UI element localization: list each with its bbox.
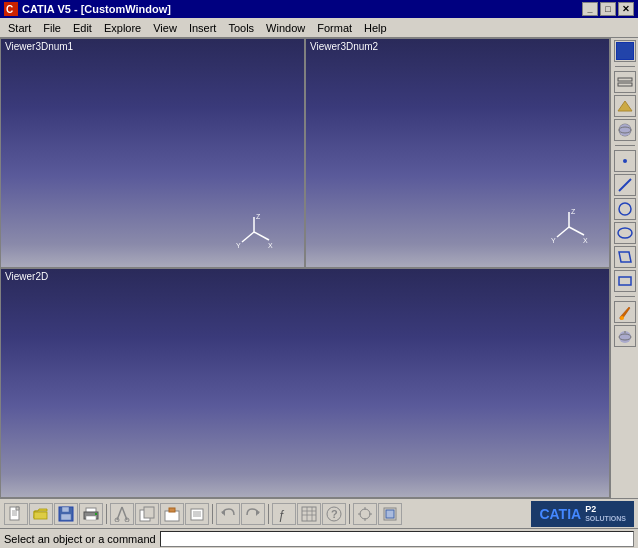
svg-point-23 bbox=[618, 228, 632, 238]
svg-text:Z: Z bbox=[256, 213, 261, 220]
parallelogram-icon bbox=[617, 249, 633, 265]
new-icon bbox=[8, 506, 24, 522]
svg-rect-15 bbox=[618, 83, 632, 86]
svg-rect-25 bbox=[619, 277, 631, 285]
minimize-button[interactable]: _ bbox=[582, 2, 598, 16]
svg-rect-14 bbox=[618, 78, 632, 81]
menu-bar: Start File Edit Explore View Insert Tool… bbox=[0, 18, 638, 38]
menu-edit[interactable]: Edit bbox=[67, 20, 98, 36]
svg-line-12 bbox=[557, 227, 569, 237]
close-button[interactable]: ✕ bbox=[618, 2, 634, 16]
print-button[interactable] bbox=[79, 503, 103, 525]
menu-explore[interactable]: Explore bbox=[98, 20, 147, 36]
snap-button[interactable] bbox=[353, 503, 377, 525]
catia-logo: CATIA P2 SOLUTIONS bbox=[531, 501, 634, 527]
circle-button[interactable] bbox=[614, 198, 636, 220]
viewer-2d[interactable]: Viewer2D bbox=[1, 269, 609, 497]
sphere-button[interactable] bbox=[614, 119, 636, 141]
ellipse-button[interactable] bbox=[614, 222, 636, 244]
print-icon bbox=[83, 506, 99, 522]
menu-window[interactable]: Window bbox=[260, 20, 311, 36]
undo-button[interactable] bbox=[216, 503, 240, 525]
app-title: CATIA V5 - [CustomWindow] bbox=[22, 3, 171, 15]
plane-button[interactable] bbox=[614, 95, 636, 117]
copy-button[interactable] bbox=[135, 503, 159, 525]
svg-text:ƒ: ƒ bbox=[278, 508, 285, 522]
maximize-button[interactable]: □ bbox=[600, 2, 616, 16]
toolbar-sep-3 bbox=[268, 504, 269, 524]
paste-button[interactable] bbox=[160, 503, 184, 525]
undo-icon bbox=[220, 506, 236, 522]
menu-start[interactable]: Start bbox=[2, 20, 37, 36]
catia-logo-text: CATIA bbox=[539, 506, 581, 522]
svg-rect-71 bbox=[386, 510, 394, 518]
sphere-icon bbox=[617, 122, 633, 138]
axis-widget-2: Z X Y bbox=[549, 207, 589, 247]
paint-button[interactable] bbox=[614, 301, 636, 323]
cut-icon bbox=[114, 506, 130, 522]
help-button[interactable]: ? bbox=[322, 503, 346, 525]
svg-marker-24 bbox=[619, 252, 631, 262]
menu-view[interactable]: View bbox=[147, 20, 183, 36]
fit-icon bbox=[382, 506, 398, 522]
dot-button[interactable] bbox=[614, 150, 636, 172]
viewer-3d-2[interactable]: Viewer3Dnum2 Z X Y bbox=[306, 39, 609, 267]
table-icon bbox=[301, 506, 317, 522]
svg-point-65 bbox=[360, 509, 370, 519]
svg-point-29 bbox=[624, 331, 626, 333]
fit-button[interactable] bbox=[378, 503, 402, 525]
formula-icon: ƒ bbox=[276, 506, 292, 522]
svg-text:C: C bbox=[6, 4, 13, 15]
menu-format[interactable]: Format bbox=[311, 20, 358, 36]
toolbar-sep-3 bbox=[615, 296, 635, 297]
rectangle-icon bbox=[617, 273, 633, 289]
layer-icon bbox=[617, 74, 633, 90]
formula-button[interactable]: ƒ bbox=[272, 503, 296, 525]
svg-point-18 bbox=[619, 124, 631, 136]
toolbar-sep-1 bbox=[106, 504, 107, 524]
line-button[interactable] bbox=[614, 174, 636, 196]
snap-icon bbox=[357, 506, 373, 522]
save-button[interactable] bbox=[54, 503, 78, 525]
svg-line-6 bbox=[242, 232, 254, 242]
svg-text:X: X bbox=[583, 237, 588, 244]
svg-rect-50 bbox=[169, 508, 175, 512]
circle-icon bbox=[617, 201, 633, 217]
svg-text:Y: Y bbox=[236, 242, 241, 249]
redo-icon bbox=[245, 506, 261, 522]
paint-icon bbox=[617, 304, 633, 320]
new-button[interactable] bbox=[4, 503, 28, 525]
status-text: Select an object or a command bbox=[4, 533, 156, 545]
open-button[interactable] bbox=[29, 503, 53, 525]
title-left: C CATIA V5 - [CustomWindow] bbox=[4, 2, 171, 16]
table-button[interactable] bbox=[297, 503, 321, 525]
title-bar: C CATIA V5 - [CustomWindow] _ □ ✕ bbox=[0, 0, 638, 18]
line-icon bbox=[617, 177, 633, 193]
ellipse-icon bbox=[617, 225, 633, 241]
menu-tools[interactable]: Tools bbox=[222, 20, 260, 36]
toolbar-sep-2 bbox=[212, 504, 213, 524]
toolbar-sep-4 bbox=[349, 504, 350, 524]
menu-file[interactable]: File bbox=[37, 20, 67, 36]
parallelogram-button[interactable] bbox=[614, 246, 636, 268]
status-input[interactable] bbox=[160, 531, 634, 547]
toolbar-sep-2 bbox=[615, 145, 635, 146]
layer-button[interactable] bbox=[614, 71, 636, 93]
copy2-button[interactable] bbox=[185, 503, 209, 525]
svg-rect-38 bbox=[61, 514, 71, 520]
top-viewers: Viewer3Dnum1 Z X Y bbox=[1, 39, 609, 269]
sphere2-button[interactable] bbox=[614, 325, 636, 347]
svg-point-26 bbox=[620, 316, 624, 320]
plane-icon bbox=[617, 98, 633, 114]
copy2-icon bbox=[189, 506, 205, 522]
svg-marker-16 bbox=[618, 101, 632, 111]
menu-insert[interactable]: Insert bbox=[183, 20, 223, 36]
menu-help[interactable]: Help bbox=[358, 20, 393, 36]
svg-rect-48 bbox=[144, 507, 154, 518]
cut-button[interactable] bbox=[110, 503, 134, 525]
rectangle-button[interactable] bbox=[614, 270, 636, 292]
viewer-3d-1[interactable]: Viewer3Dnum1 Z X Y bbox=[1, 39, 306, 267]
redo-button[interactable] bbox=[241, 503, 265, 525]
svg-text:Z: Z bbox=[571, 208, 576, 215]
viewer2-label: Viewer3Dnum2 bbox=[310, 41, 378, 52]
